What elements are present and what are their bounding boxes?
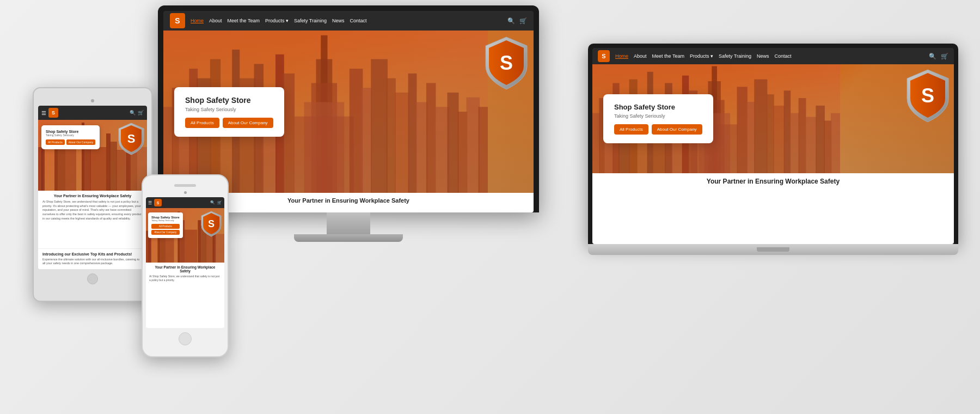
laptop-nav-about[interactable]: About [634, 53, 647, 59]
tablet-body: ☰ S 🔍 🛒 [33, 87, 152, 302]
tablet-cart-icon[interactable]: 🛒 [138, 110, 144, 115]
phone-hero: Shop Safety Store Taking Safety Seriousl… [146, 208, 224, 263]
laptop: S Home About Meet the Team Products ▾ Sa… [588, 44, 958, 255]
tablet-below-hero: Your Partner in Ensuring Workplace Safet… [38, 191, 147, 248]
laptop-cart-icon[interactable]: 🛒 [941, 53, 948, 60]
tablet-section-text: At Shop Safety Store, we understand that… [42, 200, 143, 221]
tablet-hamburger-icon[interactable]: ☰ [41, 110, 46, 116]
phone-hero-tagline: Taking Safety Seriously [151, 219, 180, 222]
tablet-hero-tagline: Taking Safety Seriously [46, 133, 95, 137]
svg-rect-25 [416, 102, 428, 193]
svg-rect-57 [784, 90, 791, 173]
svg-rect-29 [458, 112, 468, 193]
monitor-base [294, 234, 403, 242]
phone-body: ☰ S 🔍 🛒 [142, 174, 229, 357]
monitor-nav-about[interactable]: About [209, 18, 222, 23]
phone-below-hero: Your Partner in Ensuring Workplace Safet… [146, 263, 224, 328]
svg-rect-24 [408, 74, 417, 193]
tablet-hero-title: Shop Safety Store [46, 130, 95, 133]
tablet-website: ☰ S 🔍 🛒 [38, 106, 147, 269]
monitor-hero-tagline: Taking Safety Seriously [185, 107, 273, 112]
laptop-hero-card: Shop Safety Store Taking Safety Seriousl… [603, 94, 713, 143]
svg-text:S: S [921, 84, 934, 107]
phone-cart-icon[interactable]: 🛒 [217, 200, 222, 205]
phone-shield: S [200, 210, 222, 240]
phone-about-btn[interactable]: About Our Company [151, 230, 180, 235]
monitor-about-btn[interactable]: About Our Company [223, 118, 273, 128]
laptop-nav-contact[interactable]: Contact [775, 53, 792, 59]
monitor-all-products-btn[interactable]: All Products [185, 118, 219, 128]
svg-rect-23 [395, 93, 409, 193]
svg-rect-69 [65, 147, 76, 191]
laptop-hero-title: Shop Safety Store [614, 103, 702, 111]
laptop-search-icon[interactable]: 🔍 [929, 53, 936, 60]
svg-rect-52 [737, 87, 748, 173]
laptop-hero-buttons: All Products About Our Company [614, 124, 702, 135]
monitor-hero-buttons: All Products About Our Company [185, 118, 273, 128]
monitor-search-icon[interactable]: 🔍 [507, 17, 515, 25]
phone-hamburger-icon[interactable]: ☰ [148, 200, 152, 205]
tablet-nav: ☰ S 🔍 🛒 [38, 106, 147, 120]
laptop-about-btn[interactable]: About Our Company [652, 124, 702, 135]
tablet-all-products-btn[interactable]: All Products [46, 139, 65, 145]
svg-rect-61 [816, 106, 825, 173]
phone-nav: ☰ S 🔍 🛒 [146, 197, 224, 208]
tablet-shield: S [118, 122, 145, 158]
phone-all-products-btn[interactable]: All Products [151, 224, 180, 229]
laptop-nav-safety[interactable]: Safety Training [719, 53, 751, 59]
monitor-hero: Shop Safety Store Taking Safety Seriousl… [163, 31, 534, 193]
laptop-website: S Home About Meet the Team Products ▾ Sa… [592, 48, 954, 244]
laptop-hero-tagline: Taking Safety Seriously [614, 113, 702, 119]
scene: S Home About Meet the Team Products ▾ Sa… [0, 0, 980, 414]
phone-section-text: At Shop Safety Store, we understand that… [149, 275, 221, 282]
phone-speaker [174, 184, 196, 187]
phone-hero-card: Shop Safety Store Taking Safety Seriousl… [148, 212, 183, 238]
phone-camera [184, 191, 187, 194]
svg-rect-31 [478, 107, 488, 193]
laptop-shield-logo: S [906, 69, 950, 125]
laptop-nav-news[interactable]: News [757, 53, 769, 59]
svg-rect-87 [185, 230, 197, 263]
svg-rect-53 [746, 102, 755, 173]
tablet-home-button[interactable] [87, 273, 98, 284]
svg-rect-30 [467, 98, 480, 193]
laptop-below-title: Your Partner in Ensuring Workplace Safet… [603, 178, 943, 185]
phone-section-title: Your Partner in Ensuring Workplace Safet… [149, 265, 221, 273]
laptop-nav-team[interactable]: Meet the Team [652, 53, 684, 59]
svg-rect-20 [362, 88, 372, 193]
monitor-nav-home[interactable]: Home [191, 18, 204, 23]
monitor-shield-logo: S [485, 36, 528, 90]
laptop-screen: S Home About Meet the Team Products ▾ Sa… [592, 48, 954, 244]
monitor-hero-title: Shop Safety Store [185, 96, 273, 105]
tablet-nav-icons: 🔍 🛒 [130, 110, 144, 115]
monitor-nav: S Home About Meet the Team Products ▾ Sa… [163, 11, 534, 31]
laptop-nav-home[interactable]: Home [615, 53, 628, 59]
svg-rect-54 [754, 80, 767, 173]
phone-search-icon[interactable]: 🔍 [210, 200, 215, 205]
phone-logo: S [154, 199, 162, 206]
tablet-section2-text: Experience the ultimate solution with ou… [42, 258, 143, 266]
svg-rect-58 [790, 113, 799, 173]
tablet-about-btn[interactable]: About Our Company [66, 139, 96, 145]
phone-home-button[interactable] [179, 332, 192, 345]
laptop-nav-products[interactable]: Products ▾ [690, 53, 713, 59]
monitor-nav-products[interactable]: Products ▾ [265, 18, 289, 23]
laptop-all-products-btn[interactable]: All Products [614, 124, 648, 135]
svg-text:S: S [208, 218, 215, 229]
monitor-nav-contact[interactable]: Contact [350, 18, 367, 23]
monitor-nav-news[interactable]: News [332, 18, 345, 23]
svg-rect-77 [130, 153, 137, 191]
tablet-hero: Shop Safety Store Taking Safety Seriousl… [38, 120, 147, 191]
svg-text:S: S [127, 132, 136, 145]
monitor-nav-safety[interactable]: Safety Training [294, 18, 327, 23]
svg-rect-55 [767, 94, 774, 173]
tablet: ☰ S 🔍 🛒 [33, 87, 152, 302]
laptop-nav: S Home About Meet the Team Products ▾ Sa… [592, 48, 954, 64]
svg-rect-13 [283, 74, 295, 193]
svg-text:S: S [500, 52, 513, 74]
svg-rect-27 [435, 107, 449, 193]
monitor-nav-team[interactable]: Meet the Team [228, 18, 260, 23]
tablet-search-icon[interactable]: 🔍 [130, 110, 136, 115]
monitor-cart-icon[interactable]: 🛒 [519, 17, 527, 25]
svg-rect-18 [295, 117, 354, 193]
